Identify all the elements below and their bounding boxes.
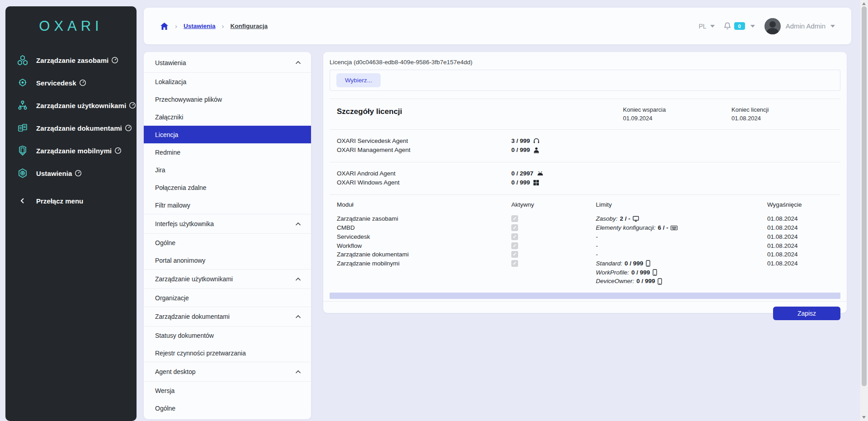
home-icon[interactable] <box>160 22 169 30</box>
menu-item-zalaczniki[interactable]: Załączniki <box>144 108 311 126</box>
menu-item-portal-anonimowy[interactable]: Portal anonimowy <box>144 251 311 269</box>
breadcrumb-link-ustawienia[interactable]: Ustawienia <box>184 23 216 29</box>
menu-item-polaczenia-zdalne[interactable]: Połączenia zdalne <box>144 179 311 196</box>
smartphone-icon <box>646 260 651 267</box>
menu-section-zarzadzanie-uzytkownikami[interactable]: Zarządzanie użytkownikami <box>144 269 311 289</box>
module-name: CMBD <box>337 223 511 232</box>
breadcrumb: › Ustawienia › Konfiguracja <box>160 22 268 30</box>
active-checkbox[interactable]: ✓ <box>511 251 518 258</box>
sidebar-item-zarzadzanie-mobilnymi[interactable]: Zarządzanie mobilnymi <box>5 139 137 162</box>
menu-item-rejestr-czynnosci[interactable]: Rejestr czynności przetwarzania <box>144 344 311 362</box>
menu-item-filtr-mailowy[interactable]: Filtr mailowy <box>144 196 311 214</box>
expiry-date: 01.08.2024 <box>767 259 833 268</box>
sidebar-item-zarzadzanie-uzytkownikami[interactable]: Zarządzanie użytkownikami <box>5 94 137 117</box>
save-button[interactable]: Zapisz <box>773 307 840 320</box>
chevron-up-icon <box>295 222 301 226</box>
menu-item-wersja[interactable]: Wersja <box>144 382 311 399</box>
menu-section-agent-desktop[interactable]: Agent desktop <box>144 362 311 382</box>
headset-icon <box>533 137 540 144</box>
sidebar-item-label: Zarządzanie mobilnymi <box>36 147 112 155</box>
breadcrumb-link-konfiguracja[interactable]: Konfiguracja <box>231 23 268 29</box>
menu-item-label: Ogólne <box>155 239 175 246</box>
limit-value: 0 / 999 <box>625 259 643 268</box>
chevron-left-icon <box>16 198 29 204</box>
menu-item-jira[interactable]: Jira <box>144 161 311 179</box>
sidebar-item-ustawienia[interactable]: Ustawienia <box>5 162 137 184</box>
avatar-silhouette <box>769 21 776 28</box>
module-name: Servicedesk <box>337 232 511 241</box>
chevron-up-icon <box>295 370 301 374</box>
modules-table-header: Moduł Aktywny Limity Wygaśnięcie <box>337 200 833 209</box>
menu-item-label: Statusy dokumentów <box>155 332 214 339</box>
gauge-icon <box>79 79 86 86</box>
page-scrollbar[interactable] <box>860 0 868 421</box>
license-panel: Licencja (d0c04638-edb8-409e-9586-3fb7e1… <box>323 52 847 313</box>
language-selector[interactable]: PL <box>699 23 715 30</box>
scroll-up-arrow-icon[interactable] <box>862 2 866 5</box>
chevron-down-icon <box>750 25 755 28</box>
limit-value: 0 / 999 <box>632 268 650 277</box>
license-file-chooser: Wybierz... <box>330 70 840 91</box>
active-checkbox[interactable]: ✓ <box>511 224 518 231</box>
limit-empty: - <box>596 241 767 251</box>
documents-icon <box>16 122 29 134</box>
gauge-icon <box>111 57 118 64</box>
license-details-header: Szczegóły licencji Koniec wsparcia 01.09… <box>330 99 840 130</box>
limit-label: Elementy konfiguracji: <box>596 223 656 232</box>
active-checkbox[interactable]: ✓ <box>511 260 518 267</box>
module-name: Workflow <box>337 241 511 251</box>
agent-name: OXARI Management Agent <box>337 147 511 153</box>
menu-item-licencja[interactable]: Licencja <box>144 126 311 143</box>
chevron-down-icon[interactable] <box>830 25 835 28</box>
scroll-down-arrow-icon[interactable] <box>862 416 866 419</box>
agent-counters-mobile: OXARI Android Agent 0 / 2997 OXARI Windo… <box>330 162 840 195</box>
agent-count: 0 / 999 <box>511 179 530 186</box>
breadcrumb-separator: › <box>222 22 224 30</box>
users-icon <box>16 99 29 111</box>
limit-label: DeviceOwner: <box>596 277 634 286</box>
sidebar-item-label: Zarządzanie zasobami <box>36 57 108 64</box>
menu-item-lokalizacja[interactable]: Lokalizacja <box>144 73 311 90</box>
table-horizontal-scrollbar[interactable] <box>330 293 840 299</box>
menu-item-organizacje[interactable]: Organizacje <box>144 289 311 307</box>
sidebar-item-servicedesk[interactable]: Servicedesk <box>5 71 137 94</box>
agent-row: OXARI Windows Agent 0 / 999 <box>337 178 833 187</box>
menu-section-interfejs-uzytkownika[interactable]: Interfejs użytkownika <box>144 214 311 234</box>
scrollbar-thumb[interactable] <box>862 6 867 386</box>
breadcrumb-separator: › <box>175 22 177 30</box>
mobile-icon <box>16 145 29 156</box>
support-end-date: 01.09.2024 <box>623 114 731 123</box>
module-name: Zarządzanie zasobami <box>337 214 511 223</box>
choose-file-button[interactable]: Wybierz... <box>336 73 381 87</box>
menu-item-przechowywanie-plikow[interactable]: Przechowywanie plików <box>144 90 311 108</box>
sidebar-item-zarzadzanie-zasobami[interactable]: Zarządzanie zasobami <box>5 49 137 71</box>
table-row: Zarządzanie dokumentami ✓ - 01.08.2024 <box>337 250 833 259</box>
notifications-button[interactable]: 0 <box>723 22 755 30</box>
menu-item-ogolne-agent[interactable]: Ogólne <box>144 399 311 417</box>
active-checkbox[interactable]: ✓ <box>511 233 518 240</box>
active-checkbox[interactable]: ✓ <box>511 242 518 249</box>
column-header-aktywny: Aktywny <box>511 200 596 209</box>
support-end-block: Koniec wsparcia 01.09.2024 <box>623 106 731 123</box>
menu-section-zarzadzanie-dokumentami[interactable]: Zarządzanie dokumentami <box>144 307 311 326</box>
table-row: Workflow ✓ - 01.08.2024 <box>337 241 833 251</box>
sidebar-item-zarzadzanie-dokumentami[interactable]: Zarządzanie dokumentami <box>5 117 137 139</box>
user-name[interactable]: Admin Admin <box>786 22 826 30</box>
active-checkbox[interactable]: ✓ <box>511 215 518 222</box>
sidebar-nav: Zarządzanie zasobami Servicedesk <box>5 49 137 184</box>
menu-item-redmine[interactable]: Redmine <box>144 143 311 161</box>
agent-count: 0 / 2997 <box>511 170 533 177</box>
license-end-date: 01.08.2024 <box>731 114 833 123</box>
avatar[interactable] <box>764 18 781 34</box>
menu-section-label: Interfejs użytkownika <box>155 220 214 227</box>
menu-item-ogolne-ui[interactable]: Ogólne <box>144 234 311 251</box>
menu-section-ustawienia[interactable]: Ustawienia <box>144 53 311 73</box>
menu-item-statusy-dokumentow[interactable]: Statusy dokumentów <box>144 326 311 344</box>
gauge-icon <box>75 170 82 177</box>
sidebar-item-label: Zarządzanie użytkownikami <box>36 102 126 109</box>
monitor-icon <box>632 216 639 222</box>
chevron-up-icon <box>295 277 301 281</box>
toggle-menu-button[interactable]: Przełącz menu <box>5 191 137 211</box>
agent-counters-desktop: OXARI Servicedesk Agent 3 / 999 OXARI Ma… <box>330 130 840 162</box>
chevron-up-icon <box>295 315 301 319</box>
